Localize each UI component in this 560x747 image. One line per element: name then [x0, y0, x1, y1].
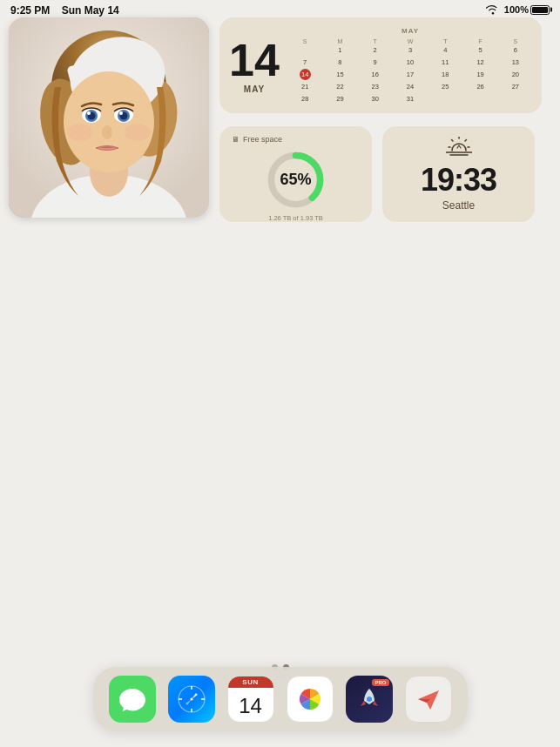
cal-cell-23: 23: [358, 81, 393, 92]
cal-cell-15: 15: [322, 69, 357, 80]
big-date-number: 14: [229, 37, 280, 83]
battery-icon: 100%: [504, 4, 550, 15]
cal-cell-26: 26: [462, 81, 497, 92]
cal-cell-empty4: [498, 93, 533, 104]
dock-calendar-top: SUN: [228, 676, 273, 688]
dow-m: M: [322, 38, 357, 44]
dock-calendar-date: 14: [239, 696, 262, 717]
battery-fill: [532, 7, 548, 13]
cal-cell-17: 17: [393, 69, 428, 80]
wifi-icon: [486, 4, 500, 15]
svg-point-36: [367, 697, 372, 702]
cal-cell-31: 31: [393, 93, 428, 104]
svg-line-26: [451, 140, 453, 142]
cal-cell-1: 1: [322, 44, 357, 56]
cal-cell-7: 7: [287, 57, 322, 68]
dow-s1: S: [287, 38, 322, 44]
cal-cell-22: 22: [322, 81, 357, 92]
messages-svg: [118, 684, 147, 714]
free-space-label: 🖥 Free space: [232, 135, 282, 144]
status-right-icons: 100%: [486, 4, 550, 15]
free-space-widget[interactable]: 🖥 Free space 65% 1.26 TB of 1.93 TB: [219, 126, 372, 222]
cal-cell-25: 25: [428, 81, 462, 92]
dow-f: F: [462, 38, 497, 44]
cal-cell-16: 16: [358, 69, 393, 80]
cal-cell-29: 29: [322, 93, 357, 104]
time-weather-widget[interactable]: 19:33 Seattle: [382, 126, 535, 222]
status-bar: 9:25 PM Sun May 14 100%: [0, 0, 560, 19]
cal-cell-20: 20: [498, 69, 533, 80]
status-date: Sun May 14: [62, 4, 119, 17]
cal-cell-9: 9: [358, 57, 393, 68]
svg-line-24: [465, 140, 467, 142]
cal-cell-2: 2: [358, 44, 393, 56]
cal-cell-empty2: [428, 93, 462, 104]
big-date-month: MAY: [244, 84, 265, 94]
face-illustration: [9, 17, 209, 218]
status-time: 9:25 PM: [10, 4, 50, 17]
cal-cell-14-today: 14: [300, 69, 311, 80]
bottom-widgets-row: 🖥 Free space 65% 1.26 TB of 1.93 TB: [219, 126, 542, 222]
dock-red-app-icon[interactable]: [405, 676, 452, 723]
calendar-widget-section: 14 MAY MAY S M T W T F S 1 2 3 4 5: [219, 17, 542, 113]
dock-safari-icon[interactable]: [168, 676, 215, 723]
dow-t2: T: [428, 38, 462, 44]
dow-w: W: [393, 38, 428, 44]
cal-cell-4: 4: [428, 44, 462, 56]
dock: SUN 14 PRO: [93, 667, 468, 731]
sunrise-icon-area: [446, 137, 472, 159]
cal-cell-27: 27: [498, 81, 533, 92]
date-big-section: 14 MAY: [228, 37, 280, 94]
dock-rocket-pro-icon[interactable]: PRO: [346, 676, 393, 723]
svg-point-17: [119, 111, 123, 115]
cal-cell-12: 12: [462, 57, 497, 68]
cal-cell-6: 6: [498, 44, 533, 56]
cal-dow-row: S M T W T F S: [287, 38, 533, 44]
free-space-text: Free space: [243, 135, 282, 144]
cal-cell-empty: [287, 44, 322, 56]
cal-cell-24: 24: [393, 81, 428, 92]
cal-cell-10: 10: [393, 57, 428, 68]
battery-body: [530, 5, 550, 15]
calendar-full-widget[interactable]: 14 MAY MAY S M T W T F S 1 2 3 4 5: [219, 17, 542, 113]
cal-cell-8: 8: [322, 57, 357, 68]
svg-point-19: [67, 124, 93, 141]
svg-point-9: [64, 71, 154, 172]
cal-cell-empty3: [462, 93, 497, 104]
donut-center-label: 65%: [280, 171, 311, 189]
safari-svg: [175, 683, 208, 716]
dock-calendar-icon[interactable]: SUN 14: [227, 676, 274, 723]
cal-cell-19: 19: [462, 69, 497, 80]
svg-point-13: [87, 111, 91, 115]
dow-t1: T: [358, 38, 393, 44]
cal-dates-grid: 1 2 3 4 5 6 7 8 9 10 11 12 13 14 15 16 1…: [287, 44, 533, 104]
svg-point-20: [125, 124, 151, 141]
cal-cell-13: 13: [498, 57, 533, 68]
red-app-svg: [415, 685, 442, 713]
time-city-label: Seattle: [442, 199, 475, 212]
rocket-icon: [355, 685, 383, 713]
sunrise-icon: [446, 137, 472, 156]
cal-cell-5: 5: [462, 44, 497, 56]
cal-cell-3: 3: [393, 44, 428, 56]
calendar-small-section: MAY S M T W T F S 1 2 3 4 5 6 7: [287, 27, 533, 104]
dock-messages-icon[interactable]: [109, 676, 156, 723]
cal-cell-11: 11: [428, 57, 462, 68]
photo-widget: [9, 17, 209, 218]
cal-cell-30: 30: [358, 93, 393, 104]
time-clock-display: 19:33: [421, 165, 496, 196]
pro-badge: PRO: [372, 679, 388, 686]
hdd-icon: 🖥: [232, 135, 240, 144]
cal-month-label: MAY: [287, 27, 533, 35]
photos-svg: [293, 683, 327, 716]
cal-cell-18: 18: [428, 69, 462, 80]
svg-point-18: [102, 125, 112, 139]
cal-cell-28: 28: [287, 93, 322, 104]
free-space-detail: 1.26 TB of 1.93 TB: [232, 214, 360, 222]
dow-s2: S: [498, 38, 533, 44]
donut-chart-container: 65%: [232, 147, 360, 212]
cal-cell-21: 21: [287, 81, 322, 92]
person-photo: [9, 17, 209, 218]
status-time-date: 9:25 PM Sun May 14: [10, 2, 119, 17]
dock-photos-icon[interactable]: [287, 676, 334, 723]
